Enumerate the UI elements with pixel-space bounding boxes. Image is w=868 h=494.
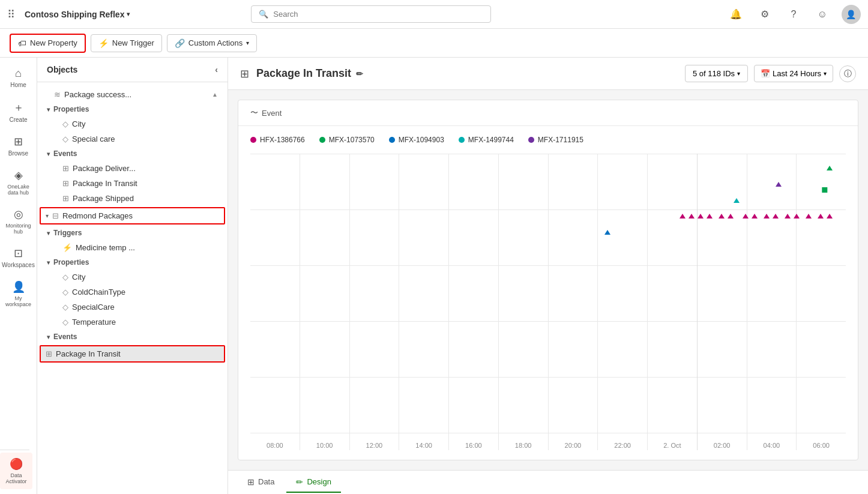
sidebar-content: ≋ Package success... ▲ ▾ Properties ◇ Ci… xyxy=(37,82,228,494)
sidebar-item-medicine-temp[interactable]: ⚡ Medicine temp ... xyxy=(37,240,228,255)
settings-icon[interactable]: ⚙ xyxy=(755,5,774,24)
dp-mfx4-1 xyxy=(776,182,782,187)
sidebar-item-redmond-packages[interactable]: ▾ ⊟ Redmond Packages xyxy=(40,207,225,224)
sidebar-item-package-in-transit-1[interactable]: ⊞ Package In Transit xyxy=(37,176,228,191)
toolbar: 🏷 New Property ⚡ New Trigger 🔗 Custom Ac… xyxy=(0,29,868,58)
data-point-mfx1 xyxy=(822,187,827,193)
chevron-down-icon: ▾ xyxy=(246,40,249,46)
item-label: City xyxy=(72,119,85,128)
nav-activator[interactable]: 🔴 Data Activator xyxy=(0,453,32,489)
search-bar[interactable]: 🔍 xyxy=(251,5,491,23)
sidebar-item-package-success[interactable]: ≋ Package success... ▲ xyxy=(37,87,228,102)
section-properties-1[interactable]: ▾ Properties xyxy=(37,102,228,116)
item-label: Medicine temp ... xyxy=(76,243,135,252)
sidebar-item-city-2[interactable]: ◇ City xyxy=(37,270,228,285)
chevron-down-icon: ▾ xyxy=(47,230,50,236)
data-tab-icon: ⊞ xyxy=(247,477,255,487)
chart-body: HFX-1386766 MFX-1073570 MFX-1094903 MFX-… xyxy=(238,126,858,460)
sidebar-item-temperature[interactable]: ◇ Temperature xyxy=(37,315,228,330)
chart-grid-area: 08:00 10:00 12:00 14:00 16:00 xyxy=(250,154,846,450)
dp-hfx-6 xyxy=(728,214,734,218)
sidebar-item-special-care-2[interactable]: ◇ SpecialCare xyxy=(37,300,228,315)
legend-label-mfx3: MFX-1499744 xyxy=(468,136,514,144)
sidebar-item-package-shipped[interactable]: ⊞ Package Shipped xyxy=(37,191,228,206)
nav-onelake[interactable]: ◈ OneLake data hub xyxy=(2,164,35,200)
nav-workspaces[interactable]: ⊡ Workspaces xyxy=(2,242,35,273)
feedback-icon[interactable]: ☺ xyxy=(813,5,832,24)
sidebar-item-package-in-transit-2[interactable]: ⊞ Package In Transit xyxy=(40,345,225,363)
property-icon: ◇ xyxy=(62,119,68,128)
sidebar-item-city-1[interactable]: ◇ City xyxy=(37,116,228,131)
avatar[interactable]: 👤 xyxy=(842,5,861,24)
item-label: Package In Transit xyxy=(73,179,137,188)
legend-dot-mfx1 xyxy=(319,137,325,143)
collapse-icon[interactable]: ‹ xyxy=(215,65,218,74)
item-label: Redmond Packages xyxy=(62,211,133,220)
legend-dot-mfx2 xyxy=(389,137,395,143)
nav-home[interactable]: ⌂ Home xyxy=(2,62,35,93)
sidebar-item-special-care[interactable]: ◇ Special care xyxy=(37,131,228,146)
create-icon: ＋ xyxy=(13,100,24,115)
new-trigger-button[interactable]: ⚡ New Trigger xyxy=(91,34,162,52)
content-grid-icon: ⊞ xyxy=(240,67,249,80)
legend-dot-hfx xyxy=(250,137,256,143)
home-icon: ⌂ xyxy=(15,67,22,80)
edit-icon[interactable]: ✏ xyxy=(356,69,363,79)
nav-myworkspace-label: My workspace xyxy=(5,295,32,307)
nav-onelake-label: OneLake data hub xyxy=(5,184,32,196)
legend-mfx1[interactable]: MFX-1073570 xyxy=(319,136,375,144)
dp-hfx-1 xyxy=(680,214,686,218)
property-icon: ◇ xyxy=(62,134,68,143)
sidebar-item-package-deliver[interactable]: ⊞ Package Deliver... xyxy=(37,161,228,176)
grid-icon[interactable]: ⠿ xyxy=(7,8,15,21)
time-filter-button[interactable]: 📅 Last 24 Hours ▾ xyxy=(754,65,833,82)
property-icon: ◇ xyxy=(62,303,68,312)
bottom-tabs: ⊞ Data ✏ Design xyxy=(228,470,868,494)
search-icon: 🔍 xyxy=(259,10,268,19)
section-events-2[interactable]: ▾ Events xyxy=(37,330,228,344)
ids-filter-button[interactable]: 5 of 118 IDs ▾ xyxy=(685,65,748,82)
nav-create[interactable]: ＋ Create xyxy=(2,95,35,128)
nav-divider xyxy=(0,450,29,450)
tab-design[interactable]: ✏ Design xyxy=(286,472,340,493)
custom-actions-button[interactable]: 🔗 Custom Actions ▾ xyxy=(167,34,257,52)
top-header: ⠿ Contoso Shipping Reflex ▾ 🔍 🔔 ⚙ ? ☺ 👤 xyxy=(0,0,868,29)
notification-icon[interactable]: 🔔 xyxy=(726,5,746,24)
legend-label-mfx1: MFX-1073570 xyxy=(329,136,375,144)
app-name[interactable]: Contoso Shipping Reflex ▾ xyxy=(25,10,130,19)
info-button[interactable]: ⓘ xyxy=(839,65,856,82)
content-header-right: 5 of 118 IDs ▾ 📅 Last 24 Hours ▾ ⓘ xyxy=(685,65,856,82)
section-label: Events xyxy=(53,333,77,341)
property-icon: 🏷 xyxy=(18,38,26,48)
nav-browse[interactable]: ⊞ Browse xyxy=(2,130,35,161)
chevron-down-icon: ▾ xyxy=(46,212,49,219)
trigger-icon: ⚡ xyxy=(62,243,72,252)
event-icon: ⊞ xyxy=(46,349,52,358)
new-property-button[interactable]: 🏷 New Property xyxy=(10,34,86,53)
item-label: Package success... xyxy=(64,90,131,99)
section-triggers[interactable]: ▾ Triggers xyxy=(37,226,228,240)
activator-icon: 🔴 xyxy=(10,457,23,471)
nav-activator-label: Data Activator xyxy=(2,472,30,484)
legend-dot-mfx3 xyxy=(459,137,465,143)
legend-label-hfx: HFX-1386766 xyxy=(260,136,305,144)
monitoring-icon: ◎ xyxy=(14,208,23,221)
onelake-icon: ◈ xyxy=(14,169,23,182)
section-properties-2[interactable]: ▾ Properties xyxy=(37,255,228,270)
chevron-down-icon: ▾ xyxy=(824,70,827,77)
help-icon[interactable]: ? xyxy=(784,5,803,24)
dp-hfx-3 xyxy=(698,214,704,218)
nav-myworkspace[interactable]: 👤 My workspace xyxy=(2,276,35,312)
tab-data[interactable]: ⊞ Data xyxy=(238,472,284,493)
search-input[interactable] xyxy=(273,10,483,19)
legend-mfx2[interactable]: MFX-1094903 xyxy=(389,136,444,144)
dp-hfx-5 xyxy=(719,214,725,218)
nav-monitoring[interactable]: ◎ Monitoring hub xyxy=(2,203,35,239)
sidebar-item-cold-chain-type[interactable]: ◇ ColdChainType xyxy=(37,285,228,300)
dp-hfx-11 xyxy=(785,214,791,218)
dp-hfx-13 xyxy=(806,214,812,218)
legend-hfx[interactable]: HFX-1386766 xyxy=(250,136,305,144)
legend-mfx3[interactable]: MFX-1499744 xyxy=(459,136,514,144)
legend-mfx4[interactable]: MFX-1711915 xyxy=(528,136,583,144)
section-events-1[interactable]: ▾ Events xyxy=(37,146,228,161)
